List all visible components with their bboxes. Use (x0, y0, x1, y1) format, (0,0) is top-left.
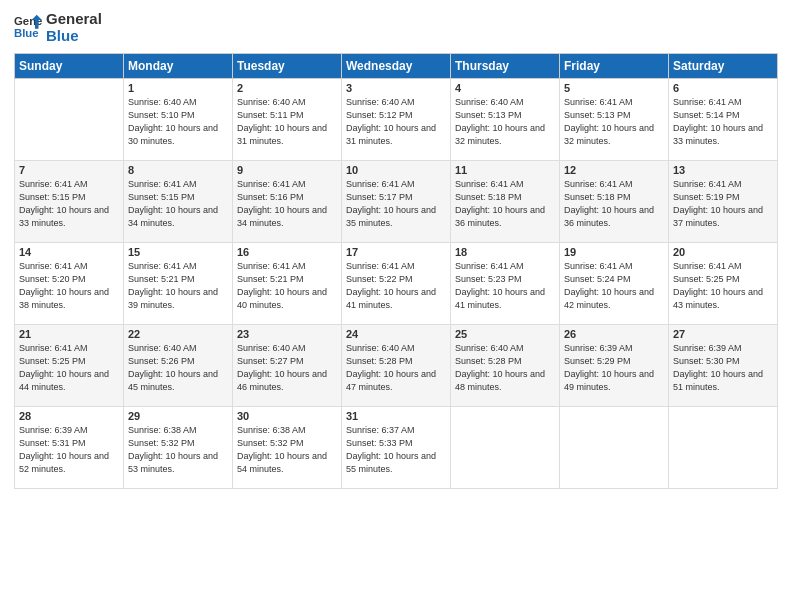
day-number: 30 (237, 410, 337, 422)
day-number: 18 (455, 246, 555, 258)
day-number: 4 (455, 82, 555, 94)
day-info: Sunrise: 6:39 AM Sunset: 5:31 PM Dayligh… (19, 424, 119, 476)
day-number: 7 (19, 164, 119, 176)
day-info: Sunrise: 6:39 AM Sunset: 5:30 PM Dayligh… (673, 342, 773, 394)
cell-1-0: 7 Sunrise: 6:41 AM Sunset: 5:15 PM Dayli… (15, 160, 124, 242)
day-number: 22 (128, 328, 228, 340)
cell-4-3: 31 Sunrise: 6:37 AM Sunset: 5:33 PM Dayl… (342, 406, 451, 488)
day-number: 27 (673, 328, 773, 340)
col-wednesday: Wednesday (342, 53, 451, 78)
day-number: 12 (564, 164, 664, 176)
week-row-3: 21 Sunrise: 6:41 AM Sunset: 5:25 PM Dayl… (15, 324, 778, 406)
day-info: Sunrise: 6:41 AM Sunset: 5:24 PM Dayligh… (564, 260, 664, 312)
calendar-body: 1 Sunrise: 6:40 AM Sunset: 5:10 PM Dayli… (15, 78, 778, 488)
day-number: 29 (128, 410, 228, 422)
day-info: Sunrise: 6:41 AM Sunset: 5:15 PM Dayligh… (19, 178, 119, 230)
cell-0-6: 6 Sunrise: 6:41 AM Sunset: 5:14 PM Dayli… (669, 78, 778, 160)
day-number: 10 (346, 164, 446, 176)
cell-2-4: 18 Sunrise: 6:41 AM Sunset: 5:23 PM Dayl… (451, 242, 560, 324)
logo-blue: Blue (46, 27, 102, 44)
cell-4-0: 28 Sunrise: 6:39 AM Sunset: 5:31 PM Dayl… (15, 406, 124, 488)
col-sunday: Sunday (15, 53, 124, 78)
day-info: Sunrise: 6:41 AM Sunset: 5:23 PM Dayligh… (455, 260, 555, 312)
day-info: Sunrise: 6:41 AM Sunset: 5:22 PM Dayligh… (346, 260, 446, 312)
day-info: Sunrise: 6:38 AM Sunset: 5:32 PM Dayligh… (128, 424, 228, 476)
cell-1-2: 9 Sunrise: 6:41 AM Sunset: 5:16 PM Dayli… (233, 160, 342, 242)
day-number: 23 (237, 328, 337, 340)
cell-1-6: 13 Sunrise: 6:41 AM Sunset: 5:19 PM Dayl… (669, 160, 778, 242)
day-number: 9 (237, 164, 337, 176)
day-info: Sunrise: 6:40 AM Sunset: 5:28 PM Dayligh… (455, 342, 555, 394)
cell-4-2: 30 Sunrise: 6:38 AM Sunset: 5:32 PM Dayl… (233, 406, 342, 488)
day-info: Sunrise: 6:41 AM Sunset: 5:15 PM Dayligh… (128, 178, 228, 230)
day-number: 26 (564, 328, 664, 340)
day-number: 28 (19, 410, 119, 422)
day-info: Sunrise: 6:41 AM Sunset: 5:18 PM Dayligh… (564, 178, 664, 230)
cell-0-1: 1 Sunrise: 6:40 AM Sunset: 5:10 PM Dayli… (124, 78, 233, 160)
day-info: Sunrise: 6:40 AM Sunset: 5:27 PM Dayligh… (237, 342, 337, 394)
week-row-2: 14 Sunrise: 6:41 AM Sunset: 5:20 PM Dayl… (15, 242, 778, 324)
week-row-0: 1 Sunrise: 6:40 AM Sunset: 5:10 PM Dayli… (15, 78, 778, 160)
day-number: 20 (673, 246, 773, 258)
cell-4-6 (669, 406, 778, 488)
day-number: 8 (128, 164, 228, 176)
day-info: Sunrise: 6:41 AM Sunset: 5:17 PM Dayligh… (346, 178, 446, 230)
cell-2-2: 16 Sunrise: 6:41 AM Sunset: 5:21 PM Dayl… (233, 242, 342, 324)
day-number: 24 (346, 328, 446, 340)
cell-0-4: 4 Sunrise: 6:40 AM Sunset: 5:13 PM Dayli… (451, 78, 560, 160)
day-number: 15 (128, 246, 228, 258)
cell-3-4: 25 Sunrise: 6:40 AM Sunset: 5:28 PM Dayl… (451, 324, 560, 406)
logo: General Blue General Blue (14, 10, 102, 45)
cell-2-5: 19 Sunrise: 6:41 AM Sunset: 5:24 PM Dayl… (560, 242, 669, 324)
cell-0-3: 3 Sunrise: 6:40 AM Sunset: 5:12 PM Dayli… (342, 78, 451, 160)
col-friday: Friday (560, 53, 669, 78)
day-info: Sunrise: 6:41 AM Sunset: 5:25 PM Dayligh… (673, 260, 773, 312)
day-number: 13 (673, 164, 773, 176)
cell-2-0: 14 Sunrise: 6:41 AM Sunset: 5:20 PM Dayl… (15, 242, 124, 324)
cell-1-5: 12 Sunrise: 6:41 AM Sunset: 5:18 PM Dayl… (560, 160, 669, 242)
cell-0-0 (15, 78, 124, 160)
svg-text:Blue: Blue (14, 27, 39, 39)
day-number: 19 (564, 246, 664, 258)
day-info: Sunrise: 6:41 AM Sunset: 5:21 PM Dayligh… (128, 260, 228, 312)
cell-3-6: 27 Sunrise: 6:39 AM Sunset: 5:30 PM Dayl… (669, 324, 778, 406)
day-info: Sunrise: 6:41 AM Sunset: 5:18 PM Dayligh… (455, 178, 555, 230)
cell-2-6: 20 Sunrise: 6:41 AM Sunset: 5:25 PM Dayl… (669, 242, 778, 324)
day-info: Sunrise: 6:41 AM Sunset: 5:21 PM Dayligh… (237, 260, 337, 312)
day-number: 21 (19, 328, 119, 340)
day-info: Sunrise: 6:38 AM Sunset: 5:32 PM Dayligh… (237, 424, 337, 476)
day-info: Sunrise: 6:41 AM Sunset: 5:20 PM Dayligh… (19, 260, 119, 312)
header-row: Sunday Monday Tuesday Wednesday Thursday… (15, 53, 778, 78)
cell-3-3: 24 Sunrise: 6:40 AM Sunset: 5:28 PM Dayl… (342, 324, 451, 406)
cell-2-3: 17 Sunrise: 6:41 AM Sunset: 5:22 PM Dayl… (342, 242, 451, 324)
day-info: Sunrise: 6:41 AM Sunset: 5:25 PM Dayligh… (19, 342, 119, 394)
day-info: Sunrise: 6:40 AM Sunset: 5:10 PM Dayligh… (128, 96, 228, 148)
day-number: 17 (346, 246, 446, 258)
day-info: Sunrise: 6:40 AM Sunset: 5:12 PM Dayligh… (346, 96, 446, 148)
calendar-table: Sunday Monday Tuesday Wednesday Thursday… (14, 53, 778, 489)
day-info: Sunrise: 6:37 AM Sunset: 5:33 PM Dayligh… (346, 424, 446, 476)
col-thursday: Thursday (451, 53, 560, 78)
day-info: Sunrise: 6:41 AM Sunset: 5:16 PM Dayligh… (237, 178, 337, 230)
cell-3-2: 23 Sunrise: 6:40 AM Sunset: 5:27 PM Dayl… (233, 324, 342, 406)
week-row-1: 7 Sunrise: 6:41 AM Sunset: 5:15 PM Dayli… (15, 160, 778, 242)
day-number: 16 (237, 246, 337, 258)
day-number: 5 (564, 82, 664, 94)
header: General Blue General Blue (14, 10, 778, 45)
col-monday: Monday (124, 53, 233, 78)
cell-1-4: 11 Sunrise: 6:41 AM Sunset: 5:18 PM Dayl… (451, 160, 560, 242)
cell-0-2: 2 Sunrise: 6:40 AM Sunset: 5:11 PM Dayli… (233, 78, 342, 160)
day-number: 3 (346, 82, 446, 94)
day-info: Sunrise: 6:41 AM Sunset: 5:19 PM Dayligh… (673, 178, 773, 230)
cell-4-1: 29 Sunrise: 6:38 AM Sunset: 5:32 PM Dayl… (124, 406, 233, 488)
cell-1-1: 8 Sunrise: 6:41 AM Sunset: 5:15 PM Dayli… (124, 160, 233, 242)
cell-3-5: 26 Sunrise: 6:39 AM Sunset: 5:29 PM Dayl… (560, 324, 669, 406)
logo-icon: General Blue (14, 13, 42, 41)
day-info: Sunrise: 6:39 AM Sunset: 5:29 PM Dayligh… (564, 342, 664, 394)
cell-0-5: 5 Sunrise: 6:41 AM Sunset: 5:13 PM Dayli… (560, 78, 669, 160)
day-number: 6 (673, 82, 773, 94)
logo-general: General (46, 10, 102, 27)
day-info: Sunrise: 6:40 AM Sunset: 5:11 PM Dayligh… (237, 96, 337, 148)
main-container: General Blue General Blue Sunday Monday … (0, 0, 792, 497)
col-saturday: Saturday (669, 53, 778, 78)
